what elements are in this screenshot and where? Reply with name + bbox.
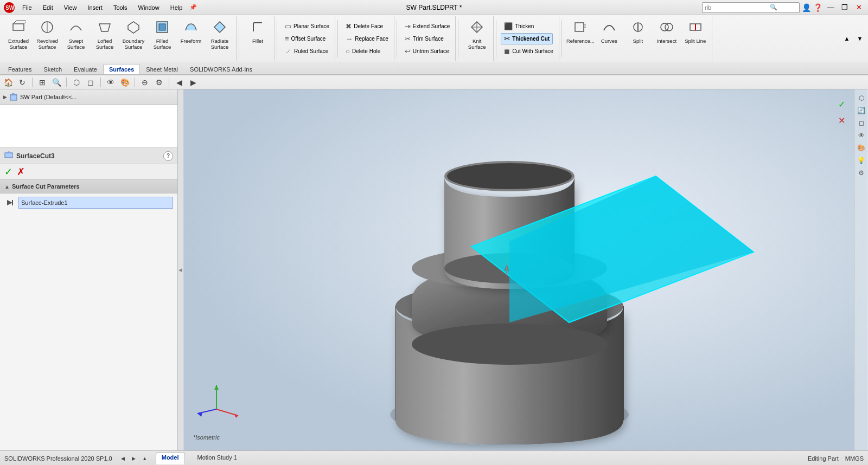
tab-sheet-metal[interactable]: Sheet Metal — [140, 64, 184, 74]
ribbon-toolbar: Extruded Surface Revolved Surface Swept … — [0, 15, 868, 62]
cut-with-surface-label: Cut With Surface — [512, 48, 553, 54]
vp-cancel-button[interactable]: ✕ — [834, 113, 848, 127]
ribbon-collapse-button[interactable]: ▲ — [841, 33, 853, 44]
account-icon[interactable]: 👤 — [802, 3, 811, 12]
motion-study-tab[interactable]: Motion Study 1 — [192, 453, 243, 464]
tab-evaluate[interactable]: Evaluate — [68, 64, 103, 74]
vp-btn-7[interactable]: ⚙ — [856, 167, 867, 178]
freeform-button[interactable]: Freeform — [177, 17, 205, 60]
extend-surface-button[interactable]: ⇥ Extend Surface — [401, 21, 453, 32]
vp-btn-6[interactable]: 💡 — [856, 155, 867, 166]
minimize-button[interactable]: — — [825, 2, 837, 14]
help-button[interactable]: ? — [163, 151, 173, 161]
ruled-surface-button[interactable]: ⟋ Ruled Surface — [282, 46, 331, 57]
tab-surfaces[interactable]: Surfaces — [103, 64, 140, 74]
untrim-surface-button[interactable]: ↩ Untrim Surface — [401, 46, 452, 57]
ribbon-divider-6 — [496, 20, 496, 57]
thickened-cut-label: Thickened Cut — [512, 36, 550, 42]
statusbar-nav-buttons: ◀ ▶ ▲ — [119, 454, 149, 463]
delete-face-button[interactable]: ✖ Delete Face — [342, 21, 391, 32]
ruled-surface-icon: ⟋ — [285, 47, 292, 55]
menu-help[interactable]: Help — [167, 3, 187, 12]
vp-btn-1[interactable]: ⬡ — [856, 93, 867, 104]
lofted-surface-button[interactable]: Lofted Surface — [91, 17, 119, 60]
vp-btn-2[interactable]: 🔄 — [856, 105, 867, 116]
menu-window[interactable]: Window — [135, 3, 163, 12]
curves-button[interactable]: Curves — [595, 17, 623, 60]
close-button[interactable]: ✕ — [853, 2, 865, 14]
boundary-surface-button[interactable]: Boundary Surface — [119, 17, 148, 60]
status-prev-btn[interactable]: ◀ — [119, 454, 127, 463]
part-icon — [9, 93, 18, 101]
viewport[interactable]: *Isometric ⬡ 🔄 ◻ 👁 🎨 💡 ⚙ ✓ ✕ — [183, 89, 868, 450]
search-input[interactable] — [705, 4, 770, 11]
filled-surface-button[interactable]: Filled Surface — [148, 17, 176, 60]
view-settings-btn[interactable]: ⚙ — [153, 76, 165, 88]
section-header[interactable]: ▲ Surface Cut Parameters — [0, 179, 177, 193]
confirm-check-button[interactable]: ✓ — [4, 166, 12, 178]
display-style-btn[interactable]: ◻ — [85, 76, 97, 88]
extruded-surface-label: Extruded Surface — [6, 38, 31, 50]
menu-file[interactable]: File — [18, 3, 36, 12]
extruded-surface-button[interactable]: Extruded Surface — [4, 17, 33, 60]
zoom-fit-btn[interactable]: ⊞ — [36, 76, 48, 88]
status-next-btn[interactable]: ▶ — [130, 454, 138, 463]
trim-surface-button[interactable]: ✂ Trim Surface — [401, 33, 450, 44]
edit-appear-btn[interactable]: 🎨 — [119, 76, 131, 88]
menu-view[interactable]: View — [60, 3, 81, 12]
tab-features[interactable]: Features — [2, 64, 37, 74]
search-icon[interactable]: 🔍 — [770, 4, 777, 11]
statusbar-left: SOLIDWORKS Professional 2020 SP1.0 ◀ ▶ ▲… — [4, 453, 243, 464]
knit-surface-button[interactable]: Knit Surface — [463, 17, 491, 60]
toolbar-sep-3 — [100, 78, 101, 87]
surface-extrude-input[interactable] — [18, 197, 173, 209]
vp-confirm-button[interactable]: ✓ — [834, 97, 848, 111]
menu-tools[interactable]: Tools — [110, 3, 131, 12]
previous-view-btn[interactable]: ◀ — [173, 76, 185, 88]
menu-edit[interactable]: Edit — [39, 3, 57, 12]
revolved-surface-button[interactable]: Revolved Surface — [33, 17, 61, 60]
split-button[interactable]: Split — [624, 17, 652, 60]
next-view-btn[interactable]: ▶ — [187, 76, 199, 88]
view-orient-btn[interactable]: ⬡ — [71, 76, 82, 88]
menu-insert[interactable]: Insert — [84, 3, 106, 12]
section-view-btn[interactable]: ⊖ — [139, 76, 151, 88]
thickened-cut-button[interactable]: ✂ Thickened Cut — [501, 33, 553, 44]
thicken-button[interactable]: ⬛ Thicken — [501, 21, 550, 32]
toolbar-sep-2 — [66, 78, 67, 87]
replace-face-button[interactable]: ↔ Replace Face — [342, 33, 392, 44]
tree-collapse-arrow[interactable]: ▶ — [3, 94, 7, 100]
knit-surface-icon — [469, 20, 484, 37]
swept-surface-button[interactable]: Swept Surface — [62, 17, 90, 60]
help-icon[interactable]: ❓ — [813, 3, 822, 12]
rotate-toolbar-btn[interactable]: ↻ — [16, 76, 28, 88]
panel-collapse-handle[interactable]: ◀ — [178, 89, 183, 450]
delete-hole-button[interactable]: ○ Delete Hole — [342, 46, 391, 57]
status-up-btn[interactable]: ▲ — [141, 454, 149, 463]
radiate-surface-label: Radiate Surface — [207, 38, 232, 50]
tab-solidworks-addins[interactable]: SOLIDWORKS Add-Ins — [184, 64, 258, 74]
main-content: ▶ SW Part (Default<<... SurfaceCut3 ? — [0, 89, 868, 450]
model-tab[interactable]: Model — [156, 453, 185, 464]
pin-icon[interactable]: 📌 — [189, 4, 197, 11]
tab-sketch[interactable]: Sketch — [37, 64, 68, 74]
vp-btn-3[interactable]: ◻ — [856, 118, 867, 128]
vp-btn-4[interactable]: 👁 — [856, 130, 867, 141]
reference-button[interactable]: Reference... — [566, 17, 595, 60]
fillet-button[interactable]: Fillet — [244, 17, 272, 60]
search-bar[interactable]: 🔍 — [702, 2, 800, 13]
ribbon-expand-button[interactable]: ▼ — [854, 33, 866, 44]
intersect-button[interactable]: Intersect — [653, 17, 681, 60]
hide-show-btn[interactable]: 👁 — [105, 76, 117, 88]
radiate-surface-button[interactable]: Radiate Surface — [206, 17, 234, 60]
offset-surface-button[interactable]: ≡ Offset Surface — [282, 33, 330, 44]
restore-button[interactable]: ❐ — [839, 2, 851, 14]
cut-with-surface-button[interactable]: ◼ Cut With Surface — [501, 46, 557, 57]
split-line-button[interactable]: Split Line — [681, 17, 710, 60]
confirm-cancel-button[interactable]: ✗ — [17, 166, 25, 178]
svg-rect-15 — [575, 23, 584, 31]
vp-btn-5[interactable]: 🎨 — [856, 143, 867, 153]
home-toolbar-btn[interactable]: 🏠 — [2, 76, 14, 88]
zoom-in-btn[interactable]: 🔍 — [50, 76, 62, 88]
planar-surface-button[interactable]: ▭ Planar Surface — [282, 21, 333, 32]
